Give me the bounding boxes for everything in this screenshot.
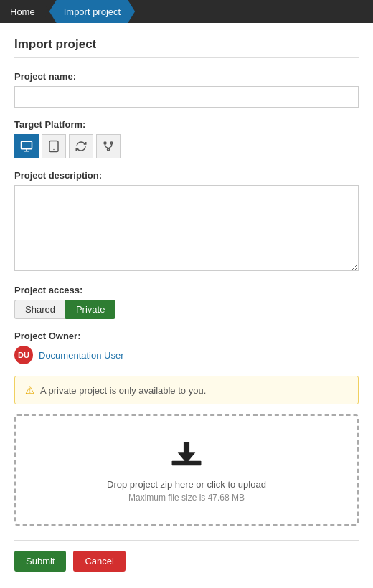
breadcrumb-current: Import project [49, 0, 135, 23]
avatar: DU [14, 346, 33, 364]
svg-point-6 [110, 142, 113, 144]
svg-point-5 [104, 142, 106, 144]
svg-point-7 [108, 148, 110, 151]
breadcrumb: Home Import project [0, 0, 373, 23]
platform-btn-refresh[interactable] [69, 134, 93, 158]
svg-rect-0 [22, 141, 32, 149]
project-description-textarea[interactable] [14, 185, 359, 271]
project-description-group: Project description: [14, 170, 359, 273]
drop-icon [30, 437, 343, 479]
page-title: Import project [14, 37, 359, 52]
drop-zone-text: Drop project zip here or click to upload [30, 479, 343, 490]
breadcrumb-current-label: Import project [64, 6, 121, 17]
submit-button[interactable]: Submit [14, 551, 66, 572]
target-platform-label: Target Platform: [14, 119, 359, 130]
access-private-button[interactable]: Private [65, 300, 115, 319]
warning-text: A private project is only available to y… [40, 385, 206, 396]
project-owner-group: Project Owner: DU Documentation User [14, 331, 359, 364]
title-divider [14, 57, 359, 58]
bottom-divider [14, 540, 359, 541]
platform-buttons [14, 134, 359, 158]
project-description-label: Project description: [14, 170, 359, 181]
breadcrumb-home[interactable]: Home [0, 0, 49, 23]
platform-btn-web[interactable] [14, 134, 39, 158]
project-name-group: Project name: [14, 71, 359, 108]
project-name-input[interactable] [14, 86, 359, 108]
svg-line-11 [108, 146, 112, 148]
svg-line-10 [105, 146, 109, 148]
owner-name-link[interactable]: Documentation User [39, 350, 124, 361]
action-buttons: Submit Cancel [14, 551, 359, 572]
breadcrumb-home-label: Home [10, 6, 35, 17]
access-buttons: Shared Private [14, 300, 359, 319]
project-access-group: Project access: Shared Private [14, 285, 359, 319]
platform-btn-branch[interactable] [96, 134, 121, 158]
main-content: Import project Project name: Target Plat… [0, 23, 373, 588]
cancel-button[interactable]: Cancel [73, 551, 125, 572]
target-platform-group: Target Platform: [14, 119, 359, 158]
project-owner-label: Project Owner: [14, 331, 359, 341]
project-access-label: Project access: [14, 285, 359, 295]
drop-zone-subtext: Maximum file size is 47.68 MB [30, 493, 343, 503]
owner-row: DU Documentation User [14, 346, 359, 364]
access-shared-button[interactable]: Shared [14, 300, 65, 319]
drop-zone[interactable]: Drop project zip here or click to upload… [14, 414, 359, 526]
warning-box: ⚠ A private project is only available to… [14, 376, 359, 404]
warning-icon: ⚠ [25, 384, 34, 397]
platform-btn-tablet[interactable] [42, 134, 66, 158]
project-name-label: Project name: [14, 71, 359, 82]
